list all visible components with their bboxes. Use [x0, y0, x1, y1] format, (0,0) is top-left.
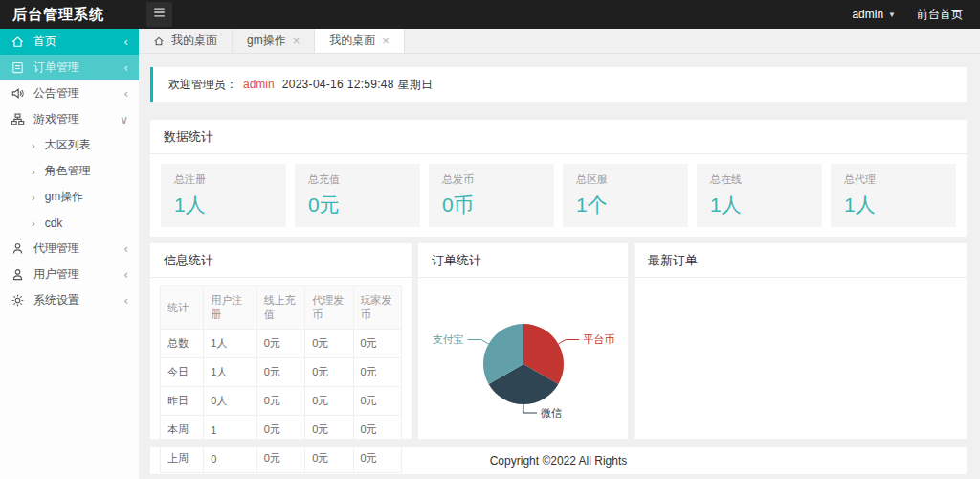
welcome-prefix: 欢迎管理员：	[168, 77, 237, 93]
cell: 0元	[256, 330, 304, 358]
tab-label: 我的桌面	[171, 33, 217, 49]
chevron-left-icon: ‹	[123, 294, 128, 308]
hamburger-icon	[152, 6, 167, 23]
welcome-banner: 欢迎管理员： admin 2023-04-16 12:59:48 星期日	[150, 67, 967, 102]
user-dropdown[interactable]: admin ▼	[852, 8, 896, 21]
stat-card-total-recharge: 总充值 0元	[295, 164, 420, 227]
stat-value: 1人	[174, 192, 273, 218]
table-row: 今日 1人 0元 0元 0元	[161, 358, 402, 387]
sidebar-subitem-role-management[interactable]: › 角色管理	[0, 158, 139, 184]
cell: 今日	[161, 358, 204, 387]
sidebar-subitem-label: gm操作	[45, 189, 84, 205]
stat-card-total-coins: 总发币 0币	[429, 164, 554, 227]
frontend-home-link[interactable]: 前台首页	[917, 7, 963, 23]
sitemap-icon	[11, 112, 25, 126]
cell: 0元	[305, 358, 353, 387]
pie-label: 支付宝	[433, 333, 464, 345]
cell: 1人	[204, 330, 256, 358]
chevron-left-icon: ‹	[123, 35, 128, 49]
stat-value: 0币	[442, 192, 541, 218]
pie-callout-line	[468, 340, 489, 345]
gear-icon	[11, 293, 25, 308]
menu-toggle-button[interactable]	[146, 2, 172, 27]
cell: 总数	[161, 330, 204, 358]
table-header-row: 统计 用户注册 线上充值 代理发币 玩家发币	[161, 286, 402, 330]
latest-orders-panel: 最新订单	[635, 243, 967, 439]
bottom-row: 信息统计 统计 用户注册 线上充值 代理发币 玩家发币 总数	[150, 243, 967, 439]
welcome-datetime: 2023-04-16 12:59:48 星期日	[282, 77, 434, 93]
stat-value: 1人	[844, 192, 943, 218]
topbar-right: admin ▼ 前台首页	[852, 7, 980, 23]
sidebar-item-home[interactable]: 首页 ‹	[0, 29, 139, 55]
cell: 0元	[353, 358, 401, 387]
sidebar-subitem-zone-list[interactable]: › 大区列表	[0, 132, 139, 158]
stat-value: 1人	[710, 192, 809, 218]
table-row: 上周 0 0元 0元 0元	[161, 445, 402, 473]
welcome-admin-name: admin	[243, 78, 275, 91]
sidebar-item-label: 游戏管理	[33, 111, 120, 127]
column-header: 玩家发币	[353, 286, 401, 330]
sidebar-item-agents[interactable]: 代理管理 ‹	[0, 236, 139, 262]
table-row: 本周 1 0元 0元 0元	[161, 416, 402, 445]
cell: 0元	[256, 416, 304, 445]
main-area: 我的桌面 gm操作 × 我的桌面 × 欢迎管理员： admin 2023-04-…	[139, 29, 980, 479]
cell: 0元	[353, 416, 401, 445]
chevron-left-icon: ‹	[123, 61, 128, 75]
cell: 0元	[305, 416, 353, 445]
close-icon[interactable]: ×	[293, 34, 301, 48]
stat-cards: 总注册 1人 总充值 0元 总发币 0币 总区服 1个 总在线 1人	[150, 154, 967, 237]
sidebar-subitem-label: cdk	[45, 217, 63, 230]
sidebar-item-label: 公告管理	[33, 85, 123, 102]
stat-label: 总区服	[576, 172, 675, 187]
cell: 1人	[204, 358, 256, 387]
sidebar-item-orders[interactable]: 订单管理 ‹	[0, 55, 139, 80]
sidebar-item-announcements[interactable]: 公告管理 ‹	[0, 80, 139, 106]
tab-label: gm操作	[247, 33, 286, 49]
column-header: 代理发币	[305, 286, 353, 330]
info-stats-title: 信息统计	[150, 243, 412, 278]
sidebar-item-games[interactable]: 游戏管理 ∨	[0, 106, 139, 132]
tab-my-desktop-pinned[interactable]: 我的桌面	[139, 29, 233, 53]
cell: 0元	[305, 445, 353, 473]
table-row: 总数 1人 0元 0元 0元	[161, 330, 402, 358]
sidebar-subitem-label: 大区列表	[45, 137, 91, 153]
announcement-icon	[11, 86, 25, 101]
sidebar-item-settings[interactable]: 系统设置 ‹	[0, 287, 139, 313]
home-icon	[11, 34, 25, 49]
stat-label: 总在线	[710, 172, 809, 187]
pie-callout-line	[558, 340, 579, 345]
data-stats-panel: 数据统计 总注册 1人 总充值 0元 总发币 0币 总区服 1个	[150, 120, 967, 237]
close-icon[interactable]: ×	[382, 34, 390, 48]
stat-label: 总充值	[308, 172, 407, 187]
sidebar-subitem-label: 角色管理	[45, 163, 91, 179]
tab-my-desktop-active[interactable]: 我的桌面 ×	[315, 29, 405, 53]
tab-gm-operation[interactable]: gm操作 ×	[233, 29, 315, 53]
column-header: 用户注册	[204, 286, 256, 330]
cell: 0元	[256, 358, 304, 387]
topbar: 后台管理系统 admin ▼ 前台首页	[0, 0, 980, 29]
chevron-down-icon: ∨	[120, 113, 128, 126]
stat-label: 总发币	[442, 172, 541, 187]
cell: 0	[204, 445, 256, 473]
sidebar-item-label: 代理管理	[33, 240, 123, 257]
info-stats-panel: 信息统计 统计 用户注册 线上充值 代理发币 玩家发币 总数	[150, 243, 412, 439]
cell: 昨日	[161, 387, 204, 416]
sidebar-subitem-gm-operation[interactable]: › gm操作	[0, 184, 139, 210]
chevron-right-icon: ›	[32, 140, 35, 151]
stat-card-total-online: 总在线 1人	[697, 164, 822, 227]
stat-label: 总代理	[844, 172, 943, 187]
data-stats-title: 数据统计	[150, 120, 967, 154]
stat-value: 1个	[576, 192, 675, 218]
chevron-left-icon: ‹	[123, 87, 128, 101]
user-name: admin	[852, 8, 883, 21]
sidebar-item-label: 系统设置	[33, 292, 123, 308]
cell: 0元	[353, 387, 401, 416]
sidebar-item-users[interactable]: 用户管理 ‹	[0, 262, 139, 287]
tab-label: 我的桌面	[329, 33, 375, 49]
sidebar-subitem-cdk[interactable]: › cdk	[0, 210, 139, 236]
pie-callout-line	[523, 404, 537, 413]
sidebar-item-label: 用户管理	[33, 266, 123, 283]
table-row: 昨日 0人 0元 0元 0元	[161, 387, 402, 416]
agent-icon	[11, 241, 25, 256]
cell: 本周	[161, 416, 204, 445]
